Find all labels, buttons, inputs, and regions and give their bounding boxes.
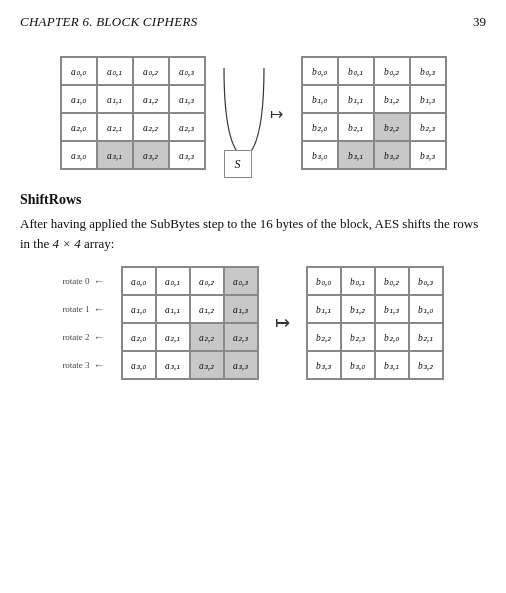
matrix-cell: b₃,₀: [302, 141, 338, 169]
s-box: S: [224, 150, 252, 178]
matrix-cell: b₃,₃: [307, 351, 341, 379]
matrix-cell: b₃,₂: [374, 141, 410, 169]
matrix-cell: b₁,₂: [374, 85, 410, 113]
matrix-cell: a₁,₃: [224, 295, 258, 323]
matrix-cell: b₁,₁: [307, 295, 341, 323]
row-labels: rotate 0←rotate 1←rotate 2←rotate 3←: [62, 267, 104, 379]
matrix-cell: a₃,₂: [190, 351, 224, 379]
map-arrow-shiftrows: ↦: [275, 312, 290, 334]
matrix-cell: a₀,₁: [156, 267, 190, 295]
matrix-cell: a₂,₀: [61, 113, 97, 141]
matrix-cell: b₂,₁: [338, 113, 374, 141]
right-matrix-subbytes: b₀,₀b₀,₁b₀,₂b₀,₃b₁,₀b₁,₁b₁,₂b₁,₃b₂,₀b₂,₁…: [301, 56, 447, 170]
matrix-cell: a₁,₀: [61, 85, 97, 113]
matrix-cell: b₃,₁: [375, 351, 409, 379]
matrix-cell: b₃,₃: [410, 141, 446, 169]
matrix-cell: a₃,₃: [169, 141, 205, 169]
matrix-cell: a₂,₀: [122, 323, 156, 351]
left-matrix-subbytes: a₀,₀a₀,₁a₀,₂a₀,₃a₁,₀a₁,₁a₁,₂a₁,₃a₂,₀a₂,₁…: [60, 56, 206, 170]
matrix-cell: a₁,₂: [190, 295, 224, 323]
matrix-cell: a₁,₀: [122, 295, 156, 323]
matrix-cell: b₂,₃: [341, 323, 375, 351]
matrix-cell: b₂,₀: [302, 113, 338, 141]
matrix-cell: a₀,₂: [133, 57, 169, 85]
matrix-cell: a₀,₂: [190, 267, 224, 295]
matrix-cell: b₀,₃: [410, 57, 446, 85]
row-label: rotate 2←: [62, 323, 104, 351]
page-header: CHAPTER 6. BLOCK CIPHERS 39: [20, 14, 486, 30]
matrix-cell: b₀,₁: [341, 267, 375, 295]
subbytes-diagram: a₀,₀a₀,₁a₀,₂a₀,₃a₁,₀a₁,₁a₁,₂a₁,₃a₂,₀a₂,₁…: [20, 48, 486, 178]
chapter-title: CHAPTER 6. BLOCK CIPHERS: [20, 14, 197, 30]
row-label: rotate 0←: [62, 267, 104, 295]
shiftrows-section: ShiftRows After having applied the SubBy…: [20, 192, 486, 380]
matrix-cell: b₃,₁: [338, 141, 374, 169]
matrix-cell: b₀,₀: [307, 267, 341, 295]
matrix-cell: a₀,₀: [122, 267, 156, 295]
matrix-cell: a₂,₂: [133, 113, 169, 141]
matrix-cell: b₁,₁: [338, 85, 374, 113]
matrix-cell: a₁,₃: [169, 85, 205, 113]
matrix-cell: b₂,₁: [409, 323, 443, 351]
shiftrows-text: After having applied the SubBytes step t…: [20, 214, 486, 254]
matrix-cell: a₀,₁: [97, 57, 133, 85]
matrix-cell: a₃,₂: [133, 141, 169, 169]
matrix-cell: b₁,₂: [341, 295, 375, 323]
matrix-cell: a₂,₁: [156, 323, 190, 351]
matrix-cell: b₀,₁: [338, 57, 374, 85]
matrix-cell: b₀,₃: [409, 267, 443, 295]
matrix-cell: b₂,₂: [374, 113, 410, 141]
right-matrix-shiftrows: b₀,₀b₀,₁b₀,₂b₀,₃b₁,₁b₁,₂b₁,₃b₁,₀b₂,₂b₂,₃…: [306, 266, 444, 380]
matrix-cell: b₁,₃: [410, 85, 446, 113]
matrix-cell: a₁,₁: [156, 295, 190, 323]
matrix-cell: a₀,₃: [224, 267, 258, 295]
shiftrows-diagram: rotate 0←rotate 1←rotate 2←rotate 3← a₀,…: [20, 266, 486, 380]
matrix-cell: b₂,₂: [307, 323, 341, 351]
matrix-cell: a₂,₃: [169, 113, 205, 141]
matrix-cell: b₂,₃: [410, 113, 446, 141]
matrix-cell: b₀,₂: [374, 57, 410, 85]
left-matrix-shiftrows: a₀,₀a₀,₁a₀,₂a₀,₃a₁,₀a₁,₁a₁,₂a₁,₃a₂,₀a₂,₁…: [121, 266, 259, 380]
row-label: rotate 1←: [62, 295, 104, 323]
matrix-cell: a₃,₁: [97, 141, 133, 169]
matrix-cell: b₃,₂: [409, 351, 443, 379]
matrix-cell: b₁,₀: [409, 295, 443, 323]
page-number: 39: [473, 14, 486, 30]
matrix-cell: a₂,₂: [190, 323, 224, 351]
matrix-cell: a₃,₀: [122, 351, 156, 379]
matrix-cell: a₃,₃: [224, 351, 258, 379]
matrix-cell: a₀,₀: [61, 57, 97, 85]
matrix-cell: a₃,₀: [61, 141, 97, 169]
matrix-cell: a₁,₁: [97, 85, 133, 113]
matrix-cell: b₂,₀: [375, 323, 409, 351]
matrix-cell: b₁,₀: [302, 85, 338, 113]
matrix-cell: a₀,₃: [169, 57, 205, 85]
matrix-cell: b₃,₀: [341, 351, 375, 379]
matrix-cell: a₁,₂: [133, 85, 169, 113]
shiftrows-heading: ShiftRows: [20, 192, 486, 208]
row-label: rotate 3←: [62, 351, 104, 379]
matrix-cell: a₂,₃: [224, 323, 258, 351]
matrix-cell: a₂,₁: [97, 113, 133, 141]
matrix-cell: b₁,₃: [375, 295, 409, 323]
matrix-cell: b₀,₂: [375, 267, 409, 295]
matrix-cell: a₃,₁: [156, 351, 190, 379]
matrix-cell: b₀,₀: [302, 57, 338, 85]
